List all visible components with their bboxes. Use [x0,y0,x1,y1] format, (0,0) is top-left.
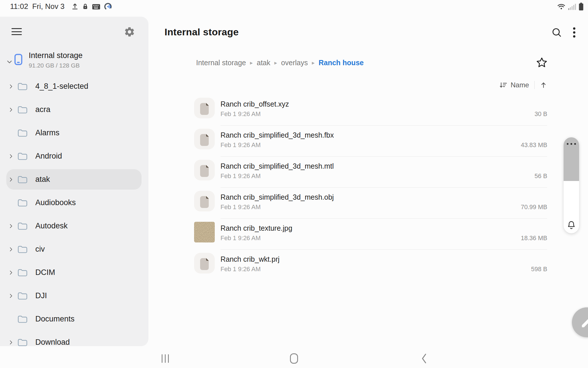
file-thumbnail-image [194,222,215,242]
lock-icon [82,3,89,11]
expand-chevron-slot[interactable] [8,293,15,299]
breadcrumb-item-0[interactable]: Internal storage [196,59,246,67]
gear-icon [124,26,135,38]
search-icon [551,26,563,38]
breadcrumb-separator-icon: ▸ [312,59,315,66]
sidebar-item-dcim[interactable]: DCIM [0,261,148,284]
star-icon [536,57,548,69]
home-button[interactable] [285,352,303,365]
breadcrumb-item-2[interactable]: overlays [281,59,308,67]
folder-icon [17,128,28,138]
edit-fab[interactable] [572,307,588,337]
file-row[interactable]: Ranch crib_offset.xyzFeb 1 9:26 AM30 B [194,98,547,122]
file-row[interactable]: Ranch crib_simplified_3d_mesh.objFeb 1 9… [194,191,547,215]
file-size: 598 B [531,266,547,273]
recents-button[interactable] [156,352,174,365]
sidebar-item-alarms[interactable]: Alarms [0,121,148,144]
back-button[interactable] [415,352,433,365]
expand-chevron-slot[interactable] [8,223,15,229]
storage-usage: 91.20 GB / 128 GB [29,62,83,69]
upload-icon [71,3,79,11]
file-size: 18.36 MB [521,235,547,242]
file-list: Ranch crib_offset.xyzFeb 1 9:26 AM30 BRa… [194,98,547,284]
breadcrumb: Internal storage▸atak▸overlays▸Ranch hou… [196,57,364,68]
file-row[interactable]: Ranch crib_simplified_3d_mesh.mtlFeb 1 9… [194,160,547,184]
sidebar-item-audiobooks[interactable]: Audiobooks [0,191,148,214]
file-size: 70.99 MB [521,204,547,211]
sidebar-item-download[interactable]: Download [0,331,148,346]
expand-chevron-slot[interactable] [8,84,15,89]
folder-icon [17,198,28,207]
expand-chevron-slot[interactable] [8,246,15,252]
storage-name: Internal storage [29,51,83,60]
sort-icon [499,81,508,89]
file-name: Ranch crib_simplified_3d_mesh.fbx [220,131,334,139]
more-options-button[interactable] [569,26,579,38]
sidebar: Internal storage 91.20 GB / 128 GB 4_8_1… [0,17,148,346]
file-date: Feb 1 9:26 AM [220,142,261,149]
scrollbar-thumb[interactable] [564,137,579,181]
expand-chevron-icon [8,153,14,159]
folder-icon [17,221,28,231]
file-size: 30 B [535,111,547,118]
breadcrumb-separator-icon: ▸ [274,59,277,66]
file-name: Ranch crib_texture.jpg [220,224,292,232]
file-name: Ranch crib_simplified_3d_mesh.obj [220,193,334,201]
navigation-bar [0,348,588,368]
folder-icon [17,175,28,184]
search-button[interactable] [551,26,563,38]
expand-chevron-slot[interactable] [8,270,15,275]
sidebar-item-label: Download [35,338,70,346]
sidebar-item-label: Android [35,152,62,161]
wifi-icon [557,3,566,10]
sidebar-item-4-8-1-selected[interactable]: 4_8_1-selected [0,75,148,98]
file-row[interactable]: Ranch crib_simplified_3d_mesh.fbxFeb 1 9… [194,129,547,153]
breadcrumb-item-1[interactable]: atak [257,59,270,67]
sidebar-item-dji[interactable]: DJI [0,284,148,307]
sort-direction-up-icon[interactable] [540,81,547,89]
folder-icon [17,82,28,91]
sidebar-item-android[interactable]: Android [0,144,148,168]
sidebar-item-civ[interactable]: civ [0,238,148,261]
sidebar-folder-list: 4_8_1-selectedacraAlarmsAndroidatakAudio… [0,75,148,346]
expand-chevron-slot[interactable] [8,153,15,159]
file-icon [194,191,215,211]
media-output-icon [103,2,113,11]
settings-button[interactable] [124,26,135,38]
sidebar-item-label: civ [35,245,45,254]
expand-chevron-icon [8,177,14,182]
sidebar-item-acra[interactable]: acra [0,98,148,121]
file-row[interactable]: Ranch crib_wkt.prjFeb 1 9:26 AM598 B [194,253,547,278]
sidebar-item-label: Audiobooks [35,198,76,207]
page-title: Internal storage [165,26,239,38]
drag-handle-dots-icon [564,143,579,145]
folder-icon [17,315,28,324]
breadcrumb-separator-icon: ▸ [250,59,253,66]
document-icon [198,101,211,115]
sort-control[interactable]: Name [499,80,547,90]
status-date: Fri, Nov 3 [32,2,65,11]
file-date: Feb 1 9:26 AM [220,111,261,118]
breadcrumb-item-current[interactable]: Ranch house [319,59,364,67]
expand-chevron-slot[interactable] [8,340,15,345]
storage-header[interactable]: Internal storage 91.20 GB / 128 GB [0,51,148,74]
sort-divider [534,81,535,89]
document-icon [198,194,211,208]
home-icon [290,353,298,364]
expand-chevron-slot[interactable] [8,107,15,113]
sidebar-item-documents[interactable]: Documents [0,307,148,331]
document-icon [198,132,211,146]
sort-label: Name [510,81,529,89]
menu-icon[interactable] [11,28,22,35]
folder-icon [17,152,28,161]
expand-chevron-slot[interactable] [8,177,15,182]
file-icon [194,160,215,180]
favorite-button[interactable] [536,57,548,69]
file-date: Feb 1 9:26 AM [220,173,261,180]
sidebar-item-label: Documents [35,315,75,323]
notification-bell-button[interactable] [566,220,576,231]
file-row[interactable]: Ranch crib_texture.jpgFeb 1 9:26 AM18.36… [194,222,547,246]
sidebar-item-atak[interactable]: atak [0,168,148,191]
sidebar-item-autodesk[interactable]: Autodesk [0,214,148,238]
status-time: 11:02 [10,2,28,11]
